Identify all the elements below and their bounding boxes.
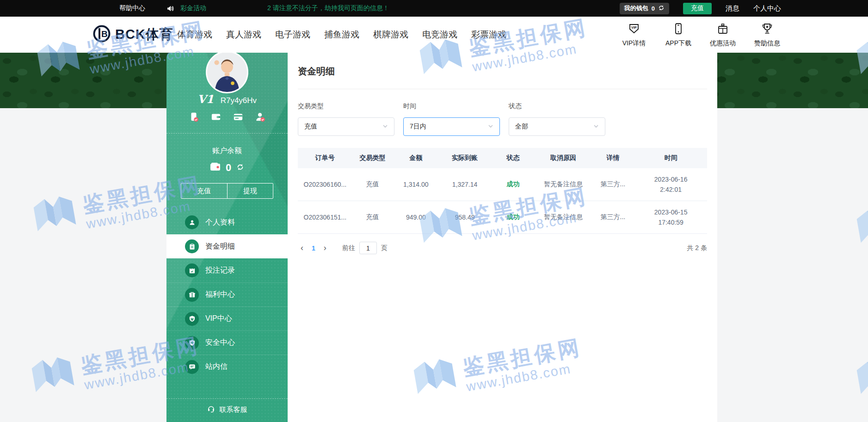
- deposit-button[interactable]: 充值: [181, 183, 228, 198]
- watermark-logo-icon: [851, 354, 868, 407]
- filter-time: 时间 7日内: [403, 102, 500, 136]
- vip-icon: VIP: [628, 22, 640, 37]
- tx-time: 2023-06-15 17:40:59: [635, 207, 707, 228]
- bankcard-icon[interactable]: [233, 112, 243, 122]
- security-icon: [185, 336, 199, 350]
- actual-amount: 1,327.14: [439, 181, 491, 188]
- wallet-icon[interactable]: [211, 112, 221, 122]
- detail-link[interactable]: 第三方...: [591, 180, 635, 189]
- amount: 949.00: [393, 214, 439, 221]
- contact-service[interactable]: 联系客服: [166, 405, 288, 414]
- quick-links: VIP VIP详情 APP下载 优惠活动 赞助信息: [621, 17, 780, 53]
- sidebar-item-vip[interactable]: VIP中心: [166, 306, 288, 330]
- select-value: 7日内: [410, 122, 426, 131]
- withdraw-button[interactable]: 提现: [228, 183, 273, 198]
- status-badge: 成功: [491, 180, 536, 189]
- filter-status: 状态 全部: [509, 102, 605, 136]
- sidebar-item-profile[interactable]: 个人资料: [166, 210, 288, 234]
- avatar[interactable]: [206, 51, 248, 93]
- filter-label: 状态: [509, 102, 605, 110]
- svg-text:VIP: VIP: [631, 25, 637, 29]
- tx-time: 2023-06-16 2:42:01: [635, 174, 707, 195]
- page: 帮助中心 彩金活动 2 请注意不法分子，劫持我司页面的信息！ 我的钱包 0 充值…: [0, 0, 868, 422]
- watermark: 鉴黑担保网www.jhdb8.com: [851, 181, 868, 256]
- chevron-down-icon: [593, 123, 599, 130]
- sidebar-item-funds[interactable]: 资金明细: [166, 234, 288, 258]
- vip-level-badge: V1: [197, 92, 214, 106]
- vip-center-icon: [185, 312, 199, 326]
- divider: [298, 89, 707, 89]
- goto-prefix: 前往: [342, 244, 355, 252]
- balance-amount: 0: [226, 162, 231, 174]
- sidebar-item-bets[interactable]: 投注记录: [166, 258, 288, 282]
- sidebar-item-label: 站内信: [205, 362, 228, 372]
- sidebar-menu: 个人资料 资金明细 投注记录 福利中心: [166, 210, 288, 379]
- status-badge: 成功: [491, 213, 536, 221]
- verify-icons: [166, 112, 288, 122]
- sidebar: V1 R7y4y6Hv 账户余额 0: [166, 53, 288, 422]
- next-page-button[interactable]: ›: [321, 243, 329, 253]
- time-select[interactable]: 7日内: [403, 117, 500, 136]
- order-no: O202306151...: [298, 214, 352, 221]
- table-header: 订单号 交易类型 金额 实际到账 状态 取消原因 详情 时间: [298, 148, 707, 168]
- goto-page-input[interactable]: [359, 242, 377, 254]
- nav-item-slots[interactable]: 电子游戏: [275, 29, 310, 41]
- refresh-icon[interactable]: [658, 5, 665, 12]
- promo-icon: [716, 22, 729, 37]
- sidebar-item-label: 资金明细: [205, 242, 235, 251]
- col-header: 金额: [393, 154, 439, 162]
- transaction-type-select[interactable]: 充值: [298, 117, 394, 136]
- nav-item-sports[interactable]: 体育游戏: [177, 29, 212, 41]
- detail-link[interactable]: 第三方...: [591, 213, 635, 221]
- prev-page-button[interactable]: ‹: [298, 243, 306, 253]
- quick-link-promo[interactable]: 优惠活动: [710, 22, 736, 48]
- table-row: O202306160... 充值 1,314.00 1,327.14 成功 暂无…: [298, 168, 707, 201]
- funds-table: 订单号 交易类型 金额 实际到账 状态 取消原因 详情 时间 O20230616…: [298, 148, 707, 234]
- topbar-recharge-button[interactable]: 充值: [683, 3, 712, 14]
- bets-icon: [185, 263, 199, 277]
- balance-title: 账户余额: [166, 146, 288, 156]
- cancel-reason: 暂无备注信息: [536, 180, 591, 189]
- filter-label: 交易类型: [298, 102, 394, 110]
- balance-refresh-icon[interactable]: [236, 163, 244, 173]
- nav-item-fishing[interactable]: 捕鱼游戏: [324, 29, 359, 41]
- nav-item-live[interactable]: 真人游戏: [226, 29, 261, 41]
- sidebar-item-label: 福利中心: [205, 290, 235, 300]
- logo-text: BCK体育: [115, 25, 173, 44]
- select-value: 充值: [304, 122, 317, 131]
- phone-verified-icon[interactable]: [189, 112, 199, 122]
- chevron-down-icon: [382, 123, 388, 130]
- total-count: 共 2 条: [687, 244, 707, 252]
- sidebar-item-mail[interactable]: 站内信: [166, 355, 288, 379]
- order-no: O202306160...: [298, 181, 352, 188]
- user-row: V1 R7y4y6Hv: [166, 92, 288, 106]
- goto-page: 前往 页: [342, 242, 388, 254]
- help-center-link[interactable]: 帮助中心: [119, 0, 145, 17]
- quick-link-vip[interactable]: VIP VIP详情: [621, 22, 647, 48]
- person-verified-icon[interactable]: [255, 112, 265, 122]
- sidebar-item-welfare[interactable]: 福利中心: [166, 282, 288, 306]
- watermark: 鉴黑担保网www.jhdb8.com: [851, 332, 868, 407]
- username: R7y4y6Hv: [221, 96, 257, 105]
- page-number[interactable]: 1: [312, 245, 315, 252]
- table-row: O202306151... 充值 949.00 958.49 成功 暂无备注信息…: [298, 201, 707, 234]
- svg-text:B: B: [101, 29, 108, 39]
- status-select[interactable]: 全部: [509, 117, 605, 136]
- promo-link[interactable]: 彩金活动: [180, 0, 206, 17]
- quick-link-app[interactable]: APP下载: [665, 22, 691, 48]
- nav-item-esports[interactable]: 电竞游戏: [422, 29, 457, 41]
- balance-row: 0: [166, 162, 288, 174]
- headset-icon: [207, 405, 215, 414]
- topbar-right: 我的钱包 0 充值 消息 个人中心: [620, 0, 781, 17]
- logo[interactable]: B BCK体育: [92, 24, 173, 45]
- nav-item-lottery[interactable]: 彩票游戏: [471, 29, 506, 41]
- messages-link[interactable]: 消息: [726, 4, 739, 13]
- quick-link-sponsor[interactable]: 赞助信息: [754, 22, 780, 48]
- nav-item-cards[interactable]: 棋牌游戏: [373, 29, 408, 41]
- sidebar-item-security[interactable]: 安全中心: [166, 330, 288, 355]
- main-content: 资金明细 交易类型 充值 时间 7日内 状态 全部: [288, 53, 717, 422]
- profile-link[interactable]: 个人中心: [753, 4, 781, 13]
- logo-icon: B: [92, 24, 111, 45]
- pagination: ‹ 1 › 前往 页 共 2 条: [298, 242, 707, 254]
- wallet-pill[interactable]: 我的钱包 0: [620, 3, 669, 14]
